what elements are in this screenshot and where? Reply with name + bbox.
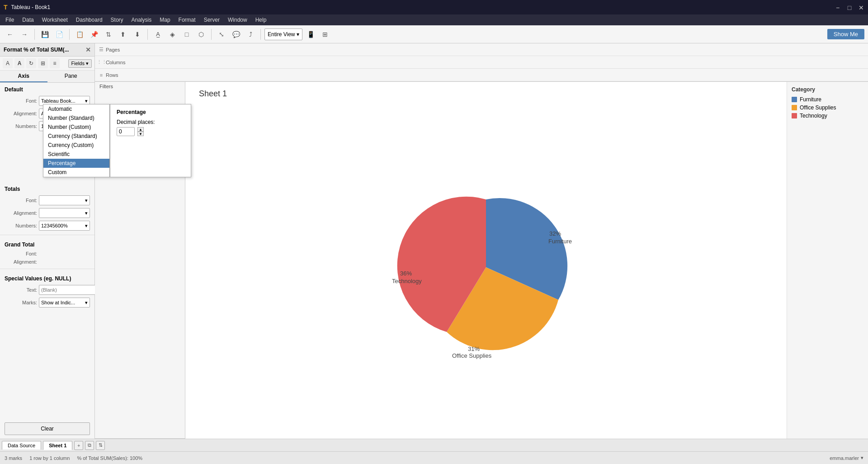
sort-sheets-button[interactable]: ⇅ xyxy=(96,441,105,450)
panel-close-icon[interactable]: ✕ xyxy=(85,46,91,53)
menu-map[interactable]: Map xyxy=(156,16,174,24)
marks-label-special: Marks: xyxy=(5,300,37,305)
toolbar-sep-4 xyxy=(211,29,212,40)
toolbar-redo[interactable]: → xyxy=(18,28,31,41)
pages-icon: ☰ xyxy=(97,47,106,52)
menu-help[interactable]: Help xyxy=(252,16,270,24)
title-bar: T Tableau - Book1 − □ ✕ xyxy=(0,0,868,14)
menu-format[interactable]: Format xyxy=(175,16,199,24)
format-align-icon[interactable]: ↻ xyxy=(26,58,36,68)
toolbar-text-color[interactable]: A̲ xyxy=(151,28,164,41)
maximize-button[interactable]: □ xyxy=(846,4,853,10)
dropdown-currency-standard[interactable]: Currency (Standard) xyxy=(43,132,109,141)
marks-row-special: Marks: Show at Indic... ▾ xyxy=(0,296,94,309)
section-divider-1 xyxy=(0,235,94,235)
fields-button[interactable]: Fields ▾ xyxy=(68,59,92,68)
percentage-title: Percentage xyxy=(117,109,184,115)
tab-pane[interactable]: Pane xyxy=(47,71,95,82)
tab-sheet1[interactable]: Sheet 1 xyxy=(43,441,72,450)
dropdown-number-custom[interactable]: Number (Custom) xyxy=(43,123,109,132)
pages-label: Pages xyxy=(106,47,133,52)
format-bold-icon[interactable]: A xyxy=(14,58,24,68)
sheet-title: Sheet 1 xyxy=(185,82,787,102)
dropdown-currency-custom[interactable]: Currency (Custom) xyxy=(43,141,109,150)
toolbar-save[interactable]: 💾 xyxy=(38,28,51,41)
office-percent-label: 31% xyxy=(468,346,480,352)
minimize-button[interactable]: − xyxy=(835,4,841,10)
menu-dashboard[interactable]: Dashboard xyxy=(72,16,106,24)
rows-icon: ≡ xyxy=(97,72,106,78)
numbers-label-totals: Numbers: xyxy=(5,223,37,228)
menu-data[interactable]: Data xyxy=(19,16,37,24)
menu-story[interactable]: Story xyxy=(107,16,127,24)
format-text-icon[interactable]: A xyxy=(3,58,13,68)
status-right: emma.marler ▾ xyxy=(830,455,863,461)
rows-label: Rows xyxy=(106,72,133,78)
toolbar-tooltip[interactable]: 💬 xyxy=(230,28,242,41)
toolbar-copy[interactable]: 📋 xyxy=(73,28,86,41)
toolbar-present[interactable]: ⊞ xyxy=(319,28,331,41)
toolbar-paste[interactable]: 📌 xyxy=(88,28,100,41)
format-table-icon[interactable]: ⊞ xyxy=(38,58,48,68)
clear-button[interactable]: Clear xyxy=(5,422,90,435)
decimal-input[interactable] xyxy=(117,127,135,136)
font-row-grand: Font: xyxy=(0,250,94,258)
toolbar-share[interactable]: ⤴ xyxy=(244,28,257,41)
filters-section: Filters xyxy=(95,82,185,105)
tab-axis[interactable]: Axis xyxy=(0,71,47,82)
toolbar-swap[interactable]: ⇅ xyxy=(102,28,115,41)
menu-analysis[interactable]: Analysis xyxy=(128,16,156,24)
decimal-input-row: ▲ ▼ xyxy=(117,127,184,136)
marks-select-special[interactable]: Show at Indic... ▾ xyxy=(39,298,90,308)
dropdown-percentage[interactable]: Percentage xyxy=(43,159,109,168)
toolbar-format[interactable]: ⬡ xyxy=(195,28,208,41)
font-select-totals[interactable]: ▾ xyxy=(39,195,90,205)
toolbar-sep-5 xyxy=(260,29,261,40)
spin-down[interactable]: ▼ xyxy=(137,132,144,136)
duplicate-sheet-button[interactable]: ⧉ xyxy=(85,441,94,450)
font-row-totals: Font: ▾ xyxy=(0,194,94,207)
toolbar-border[interactable]: □ xyxy=(180,28,193,41)
pages-content xyxy=(133,43,868,56)
filters-body xyxy=(95,91,185,104)
menu-file[interactable]: File xyxy=(2,16,18,24)
menu-worksheet[interactable]: Worksheet xyxy=(38,16,71,24)
toolbar-sort-asc[interactable]: ⬆ xyxy=(117,28,129,41)
numbers-list: Automatic Number (Standard) Number (Cust… xyxy=(43,104,110,177)
new-sheet-button[interactable]: + xyxy=(74,441,83,450)
toolbar-undo[interactable]: ← xyxy=(4,28,16,41)
sheet-tabs-bar: Data Source Sheet 1 + ⧉ ⇅ xyxy=(0,439,868,451)
toolbar-new[interactable]: 📄 xyxy=(53,28,66,41)
menu-window[interactable]: Window xyxy=(224,16,251,24)
numbers-label-default: Numbers: xyxy=(5,123,37,129)
dropdown-custom[interactable]: Custom xyxy=(43,168,109,177)
alignment-select-totals[interactable]: ▾ xyxy=(39,208,90,218)
pie-chart-svg: 32% Furniture 31% Office Supplies 36% Te… xyxy=(373,177,599,358)
office-name-label: Office Supplies xyxy=(452,352,492,359)
status-bar: 3 marks 1 row by 1 column % of Total SUM… xyxy=(0,451,868,464)
status-user: emma.marler xyxy=(830,455,859,461)
close-button[interactable]: ✕ xyxy=(858,4,864,10)
spin-up[interactable]: ▲ xyxy=(137,127,144,132)
dropdown-scientific[interactable]: Scientific xyxy=(43,150,109,159)
status-marks: 3 marks xyxy=(5,455,22,461)
font-label-default: Font: xyxy=(5,98,37,104)
alignment-label-totals: Alignment: xyxy=(5,210,37,216)
menu-server[interactable]: Server xyxy=(200,16,223,24)
window-title: Tableau - Book1 xyxy=(11,4,51,10)
toolbar-fit[interactable]: ⤡ xyxy=(215,28,228,41)
decimal-row: Decimal places: xyxy=(117,119,184,125)
toolbar-highlight[interactable]: ◈ xyxy=(166,28,179,41)
toolbar-sort-desc[interactable]: ⬇ xyxy=(131,28,144,41)
show-me-button[interactable]: Show Me xyxy=(827,29,864,39)
dropdown-number-standard[interactable]: Number (Standard) xyxy=(43,114,109,123)
legend-label-furniture: Furniture xyxy=(800,96,821,103)
view-select[interactable]: Entire View ▾ xyxy=(264,28,302,40)
numbers-dropdown-totals[interactable]: 12345600% ▾ xyxy=(39,221,90,231)
dropdown-automatic[interactable]: Automatic xyxy=(43,104,109,114)
text-row-special: Text: xyxy=(0,284,94,296)
format-list-icon[interactable]: ≡ xyxy=(50,58,60,68)
bottom-area: Data Source Sheet 1 + ⧉ ⇅ 3 marks 1 row … xyxy=(0,439,868,464)
toolbar-device[interactable]: 📱 xyxy=(304,28,317,41)
tab-data-source[interactable]: Data Source xyxy=(2,441,41,450)
